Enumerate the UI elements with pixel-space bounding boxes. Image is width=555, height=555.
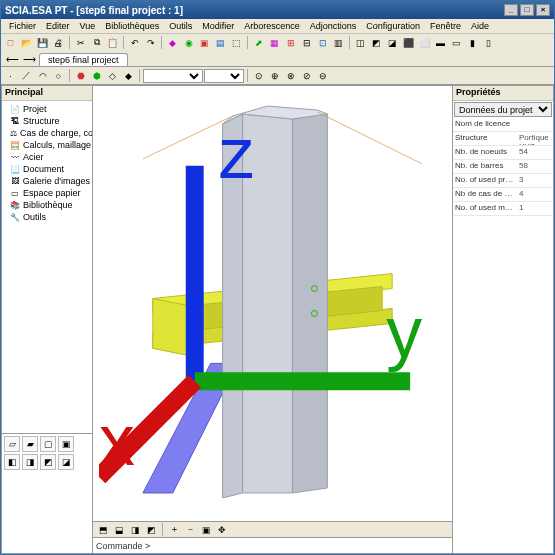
tool-r-icon[interactable]: ▭ [449,35,464,50]
prop-row[interactable]: Nb. de barres58 [453,160,553,174]
tb6-icon[interactable]: ◨ [22,454,38,470]
sel-b-icon[interactable]: ⬢ [89,68,104,83]
menu-vue[interactable]: Vue [75,20,101,32]
prop-row[interactable]: StructurePortique XYZ [453,132,553,146]
tool-n-icon[interactable]: ◪ [385,35,400,50]
redo-icon[interactable]: ↷ [143,35,158,50]
menu-bibliotheques[interactable]: Bibliothèques [100,20,164,32]
svg-text:x: x [99,400,135,480]
tree-item-bibliotheque[interactable]: 📚Bibliothèque [4,199,90,211]
tree-item-document[interactable]: 📃Document [4,163,90,175]
tool-k-icon[interactable]: ▥ [331,35,346,50]
scale-combo[interactable] [204,69,244,83]
snap-c-icon[interactable]: ⊗ [283,68,298,83]
prop-row[interactable]: Nb de cas de c…4 [453,188,553,202]
tool-i-icon[interactable]: ⊟ [299,35,314,50]
tool-d-icon[interactable]: ▤ [213,35,228,50]
tb2-icon[interactable]: ▰ [22,436,38,452]
tool-p-icon[interactable]: ⬜ [417,35,432,50]
snap-e-icon[interactable]: ⊖ [315,68,330,83]
tool-b-icon[interactable]: ◉ [181,35,196,50]
view-side-icon[interactable]: ◨ [128,523,142,537]
tree-item-calculs[interactable]: 🧮Calculs, maillage [4,139,90,151]
menu-configuration[interactable]: Configuration [361,20,425,32]
command-input[interactable] [153,540,449,552]
tree-item-structure[interactable]: 🏗Structure [4,115,90,127]
menu-arborescence[interactable]: Arborescence [239,20,305,32]
tool-q-icon[interactable]: ▬ [433,35,448,50]
tool-j-icon[interactable]: ⊡ [315,35,330,50]
prop-row[interactable]: No. of used mat…1 [453,202,553,216]
tool-s-icon[interactable]: ▮ [465,35,480,50]
print-icon[interactable]: 🖨 [51,35,66,50]
tb3-icon[interactable]: ▢ [40,436,56,452]
tool-g-icon[interactable]: ▦ [267,35,282,50]
save-icon[interactable]: 💾 [35,35,50,50]
prop-row[interactable]: No. of used profi…3 [453,174,553,188]
cut-icon[interactable]: ✂ [73,35,88,50]
draw-circle-icon[interactable]: ○ [51,68,66,83]
menu-modifier[interactable]: Modifier [197,20,239,32]
tool-a-icon[interactable]: ◆ [165,35,180,50]
tb8-icon[interactable]: ◪ [58,454,74,470]
menu-adjonctions[interactable]: Adjonctions [305,20,362,32]
minimize-button[interactable]: _ [504,4,518,16]
draw-line-icon[interactable]: ／ [19,68,34,83]
nav-next-icon[interactable]: ⟶ [22,51,37,66]
copy-icon[interactable]: ⧉ [89,35,104,50]
pan-icon[interactable]: ✥ [215,523,229,537]
snap-b-icon[interactable]: ⊕ [267,68,282,83]
layer-combo[interactable] [143,69,203,83]
sel-c-icon[interactable]: ◇ [105,68,120,83]
view-front-icon[interactable]: ⬓ [112,523,126,537]
properties-dropdown[interactable]: Données du projet (1) [454,102,552,117]
menu-fenetre[interactable]: Fenêtre [425,20,466,32]
tree-item-outils[interactable]: 🔧Outils [4,211,90,223]
view-iso-icon[interactable]: ◩ [144,523,158,537]
undo-icon[interactable]: ↶ [127,35,142,50]
tree-item-projet[interactable]: 📄Projet [4,103,90,115]
snap-d-icon[interactable]: ⊘ [299,68,314,83]
tb7-icon[interactable]: ◩ [40,454,56,470]
menu-editer[interactable]: Editer [41,20,75,32]
nav-prev-icon[interactable]: ⟵ [5,51,20,66]
tool-e-icon[interactable]: ⬚ [229,35,244,50]
tool-f-icon[interactable]: ⬈ [251,35,266,50]
tree-item-galerie[interactable]: 🖼Galerie d'images [4,175,90,187]
tool-m-icon[interactable]: ◩ [369,35,384,50]
tool-t-icon[interactable]: ▯ [481,35,496,50]
prop-label: Structure [453,132,517,145]
menu-outils[interactable]: Outils [164,20,197,32]
prop-row[interactable]: Nom de licence [453,118,553,132]
tree-item-acier[interactable]: 〰Acier [4,151,90,163]
tb5-icon[interactable]: ◧ [4,454,20,470]
zoom-fit-icon[interactable]: ▣ [199,523,213,537]
tool-o-icon[interactable]: ⬛ [401,35,416,50]
zoom-in-icon[interactable]: ＋ [167,523,181,537]
open-icon[interactable]: 📂 [19,35,34,50]
document-tab[interactable]: step6 final project [39,53,128,66]
draw-arc-icon[interactable]: ◠ [35,68,50,83]
tree-label: Structure [23,116,60,126]
snap-a-icon[interactable]: ⊙ [251,68,266,83]
menu-fichier[interactable]: Fichier [4,20,41,32]
tool-l-icon[interactable]: ◫ [353,35,368,50]
tool-h-icon[interactable]: ⊞ [283,35,298,50]
maximize-button[interactable]: □ [520,4,534,16]
view-top-icon[interactable]: ⬒ [96,523,110,537]
viewport-3d[interactable]: z y x [93,86,452,521]
tool-c-icon[interactable]: ▣ [197,35,212,50]
new-icon[interactable]: □ [3,35,18,50]
tree-item-charges[interactable]: ⚖Cas de charge, combinais [4,127,90,139]
paste-icon[interactable]: 📋 [105,35,120,50]
zoom-out-icon[interactable]: － [183,523,197,537]
tb1-icon[interactable]: ▱ [4,436,20,452]
tb4-icon[interactable]: ▣ [58,436,74,452]
draw-point-icon[interactable]: · [3,68,18,83]
sel-d-icon[interactable]: ◆ [121,68,136,83]
tree-item-espace-papier[interactable]: ▭Espace papier [4,187,90,199]
sel-a-icon[interactable]: ⬣ [73,68,88,83]
prop-row[interactable]: Nb. de noeuds54 [453,146,553,160]
close-button[interactable]: × [536,4,550,16]
menu-aide[interactable]: Aide [466,20,494,32]
